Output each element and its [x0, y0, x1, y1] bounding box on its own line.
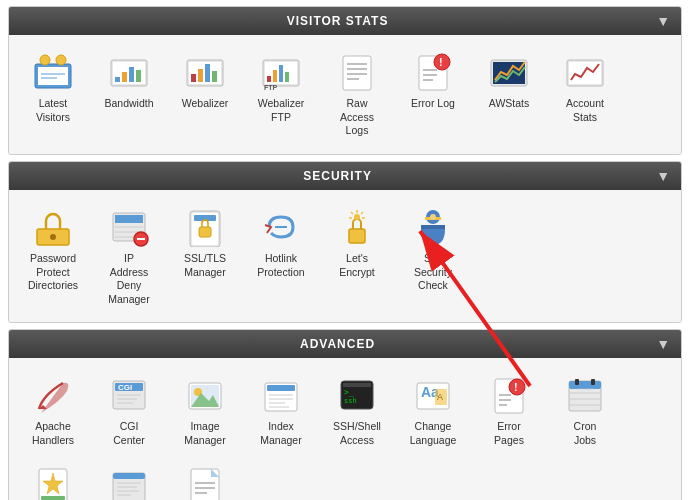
svg-text:!: ! [514, 381, 518, 393]
svg-rect-21 [273, 70, 277, 82]
webalizer-label: Webalizer [182, 97, 229, 111]
svg-rect-25 [343, 56, 371, 90]
ssl-tls-item[interactable]: SSL/TLSManager [169, 200, 241, 313]
index-manager-item[interactable]: IndexManager [245, 368, 317, 453]
error-log-item[interactable]: ! Error Log [397, 45, 469, 144]
hotlink-protection-item[interactable]: HotlinkProtection [245, 200, 317, 313]
cron-icon [564, 374, 606, 416]
svg-point-2 [40, 55, 50, 65]
lets-encrypt-icon [336, 206, 378, 248]
webalizer-ftp-icon: FTP [260, 51, 302, 93]
password-protect-label: PasswordProtectDirectories [28, 252, 78, 293]
svg-rect-23 [285, 72, 289, 82]
svg-rect-22 [279, 65, 283, 82]
webalizer-item[interactable]: Webalizer [169, 45, 241, 144]
bandwidth-icon [108, 51, 150, 93]
bandwidth-item[interactable]: Bandwidth [93, 45, 165, 144]
advanced-collapse[interactable]: ▼ [656, 336, 671, 352]
svg-rect-8 [115, 77, 120, 82]
svg-rect-17 [212, 71, 217, 82]
image-manager-icon [184, 374, 226, 416]
security-body: PasswordProtectDirectories IPAddressDeny… [9, 190, 681, 323]
error-pages-item[interactable]: ! ErrorPages [473, 368, 545, 453]
image-manager-item[interactable]: ImageManager [169, 368, 241, 453]
svg-line-59 [351, 212, 353, 214]
svg-rect-62 [421, 225, 445, 229]
svg-rect-11 [136, 70, 141, 82]
svg-rect-9 [122, 72, 127, 82]
ssl-tls-label: SSL/TLSManager [184, 252, 226, 279]
svg-rect-54 [349, 229, 365, 243]
svg-point-41 [50, 234, 56, 240]
password-protect-item[interactable]: PasswordProtectDirectories [17, 200, 89, 313]
mime-types-item[interactable]: MIMETypes [169, 458, 241, 500]
svg-rect-96 [569, 381, 601, 389]
apache-handlers-label: ApacheHandlers [32, 420, 74, 447]
lets-encrypt-label: Let'sEncrypt [339, 252, 375, 279]
change-language-item[interactable]: Aa A ChangeLanguage [397, 368, 469, 453]
ip-deny-item[interactable]: IPAddressDenyManager [93, 200, 165, 313]
svg-rect-10 [129, 67, 134, 82]
error-pages-label: ErrorPages [494, 420, 524, 447]
apache-icon [32, 374, 74, 416]
mime-icon [184, 464, 226, 500]
svg-text:>_: >_ [344, 388, 354, 397]
optimize-website-item[interactable]: OptimizeWebsite [17, 458, 89, 500]
svg-rect-20 [267, 76, 271, 82]
ip-deny-label: IPAddressDenyManager [108, 252, 149, 307]
svg-rect-105 [41, 496, 65, 500]
latest-visitors-item[interactable]: LatestVisitors [17, 45, 89, 144]
ssh-icon: >_ ssh [336, 374, 378, 416]
error-pages-icon: ! [488, 374, 530, 416]
change-language-label: ChangeLanguage [410, 420, 457, 447]
account-stats-icon [564, 51, 606, 93]
cron-jobs-item[interactable]: CronJobs [549, 368, 621, 453]
program-paths-icon [108, 464, 150, 500]
svg-line-57 [361, 212, 363, 214]
password-icon [32, 206, 74, 248]
image-manager-label: ImageManager [184, 420, 225, 447]
svg-rect-82 [343, 383, 371, 387]
cgi-icon: CGI [108, 374, 150, 416]
account-stats-item[interactable]: AccountStats [549, 45, 621, 144]
awstats-icon [488, 51, 530, 93]
raw-access-logs-item[interactable]: RawAccessLogs [321, 45, 393, 144]
visitor-stats-section: VISITOR STATS ▼ LatestVisitors [8, 6, 682, 155]
raw-access-icon [336, 51, 378, 93]
security-check-icon [412, 206, 454, 248]
visitor-stats-body: LatestVisitors Bandwidth [9, 35, 681, 154]
ip-deny-icon [108, 206, 150, 248]
svg-rect-97 [575, 379, 579, 385]
cgi-center-label: CGICenter [113, 420, 145, 447]
visitor-stats-collapse[interactable]: ▼ [656, 13, 671, 29]
site-security-check-item[interactable]: SiteSecurityCheck [397, 200, 469, 313]
svg-point-55 [354, 214, 360, 220]
svg-rect-98 [591, 379, 595, 385]
visitor-stats-header: VISITOR STATS ▼ [9, 7, 681, 35]
lets-encrypt-item[interactable]: Let'sEncrypt [321, 200, 393, 313]
svg-rect-14 [191, 74, 196, 82]
language-icon: Aa A [412, 374, 454, 416]
ssl-tls-icon [184, 206, 226, 248]
visitors-icon [32, 51, 74, 93]
awstats-item[interactable]: AWStats [473, 45, 545, 144]
security-collapse[interactable]: ▼ [656, 168, 671, 184]
security-title: SECURITY [19, 169, 656, 183]
index-manager-label: IndexManager [260, 420, 301, 447]
svg-text:FTP: FTP [264, 84, 278, 91]
svg-point-64 [430, 214, 436, 220]
security-header: SECURITY ▼ [9, 162, 681, 190]
apache-handlers-item[interactable]: ApacheHandlers [17, 368, 89, 453]
svg-rect-39 [569, 62, 601, 84]
webalizer-ftp-item[interactable]: FTP WebalizerFTP [245, 45, 317, 144]
index-manager-icon [260, 374, 302, 416]
program-paths-item[interactable]: ProgramPaths [93, 458, 165, 500]
svg-rect-1 [38, 67, 68, 85]
advanced-title: ADVANCED [19, 337, 656, 351]
ssh-shell-item[interactable]: >_ ssh SSH/ShellAccess [321, 368, 393, 453]
svg-rect-15 [198, 69, 203, 82]
optimize-icon [32, 464, 74, 500]
bandwidth-label: Bandwidth [104, 97, 153, 111]
cgi-center-item[interactable]: CGI CGICenter [93, 368, 165, 453]
advanced-header: ADVANCED ▼ [9, 330, 681, 358]
